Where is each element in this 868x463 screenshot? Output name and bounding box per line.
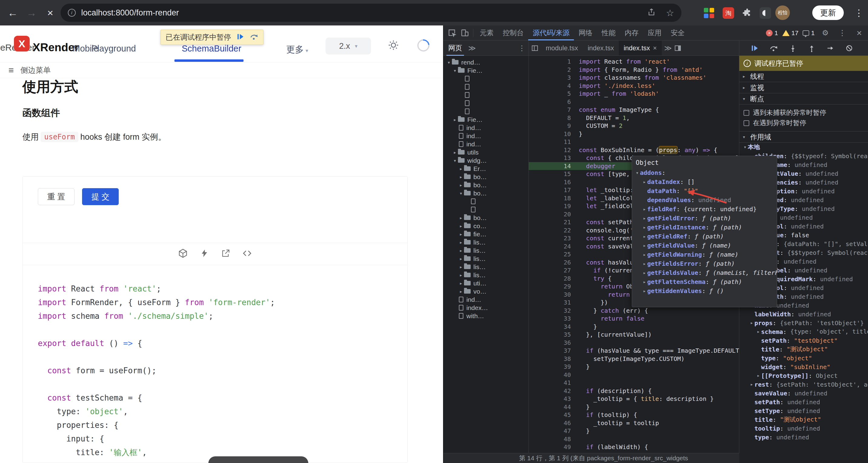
version-select[interactable]: 2.x▾ (326, 37, 371, 55)
site-title[interactable]: XRender (33, 41, 79, 54)
tree-item[interactable] (443, 83, 528, 91)
tree-item[interactable] (443, 75, 528, 83)
devtools-tab-3[interactable]: 网络 (574, 25, 597, 40)
scope-row[interactable]: title: "测试object" (739, 415, 868, 424)
tree-item[interactable]: ▾rend… (443, 58, 528, 66)
chrome-update-button[interactable]: 更新 (812, 5, 844, 20)
resume-icon[interactable] (751, 44, 759, 52)
codesandbox-icon[interactable] (178, 249, 188, 259)
devtools-tab-2[interactable]: 源代码/来源 (528, 25, 574, 40)
tree-item[interactable]: ▸bo… (443, 213, 528, 222)
tree-item[interactable]: ▸bo… (443, 181, 528, 189)
scope-row[interactable]: ▸rest: {setPath: 'testObject', addons: {… (739, 380, 868, 389)
code-line-10[interactable]: 10} (529, 130, 739, 138)
profile-avatar[interactable]: 程怡 (775, 5, 790, 20)
checkbox-icon[interactable] (744, 110, 749, 116)
tree-item[interactable]: ▸lis… (443, 255, 528, 263)
step-out-icon[interactable] (808, 44, 816, 52)
code-line-8[interactable]: 8 DEFAULT = 1, (529, 114, 739, 122)
step-over-icon[interactable] (250, 32, 258, 42)
tree-item[interactable] (443, 205, 528, 213)
code-line-6[interactable]: 6 (529, 98, 739, 106)
console-error-badge[interactable]: × 1 (766, 29, 778, 37)
code-line-4[interactable]: 4import './index.less' (529, 82, 739, 90)
scope-row[interactable]: labelWidth: undefined (739, 310, 868, 318)
scope-row[interactable]: tooltip: undefined (739, 424, 868, 433)
forward-button[interactable]: → (24, 5, 39, 20)
section-scope[interactable]: ▾作用域 (739, 132, 868, 143)
popup-row[interactable]: ▸dataIndex: [] (632, 177, 777, 186)
browser-menu-icon[interactable]: ⋮ (853, 5, 865, 20)
navigator-toggle-icon[interactable] (531, 45, 538, 52)
tree-item[interactable]: ▸lis… (443, 247, 528, 255)
scope-row[interactable]: ▸props: {setPath: 'testObject'} (739, 318, 868, 327)
editor-tab-0[interactable]: module.tsx (541, 40, 583, 55)
code-line-34[interactable]: 34 } (529, 323, 739, 331)
tree-item[interactable] (443, 107, 528, 115)
extensions-grid-icon[interactable] (702, 6, 716, 20)
devtools-close-icon[interactable]: × (853, 27, 866, 39)
code-line-11[interactable]: 11 (529, 138, 739, 146)
stackblitz-icon[interactable] (200, 249, 209, 259)
scope-row[interactable]: ▸[[Prototype]]: Object (739, 371, 868, 380)
devtools-tab-7[interactable]: 安全 (666, 25, 689, 40)
code-line-32[interactable]: 32 } catch (err) { (529, 307, 739, 315)
code-line-37[interactable]: 37 if (hasValue && type === ImageType.DE… (529, 347, 739, 355)
issues-badge[interactable]: 1 (803, 29, 815, 37)
address-bar[interactable]: i localhost:8000/form-render ☆ (61, 4, 681, 22)
settings-gear-icon[interactable]: ⚙ (819, 27, 832, 39)
section-threads[interactable]: ▸线程 (739, 71, 868, 82)
scope-row[interactable]: widget: "subInline" (739, 363, 868, 371)
code-line-39[interactable]: 39 } (529, 363, 739, 371)
devtools-tab-1[interactable]: 控制台 (498, 25, 528, 40)
show-code-icon[interactable] (242, 249, 252, 259)
scope-row[interactable]: saveValue: undefined (739, 389, 868, 398)
share-icon[interactable] (647, 8, 656, 18)
tree-item[interactable]: ▸uti… (443, 279, 528, 287)
tree-item[interactable] (443, 91, 528, 99)
popup-row[interactable]: ▸getFieldsValue: ƒ (nameList, filterFunc… (632, 268, 777, 277)
device-toolbar-icon[interactable] (459, 27, 471, 39)
tab-page[interactable]: 网页 (446, 40, 464, 56)
reset-button[interactable]: 重 置 (38, 188, 74, 205)
code-line-33[interactable]: 33 return false (529, 315, 739, 323)
code-line-49[interactable]: 49 if (labelWidth) { (529, 443, 739, 451)
tree-item[interactable]: ▸lis… (443, 238, 528, 247)
code-line-40[interactable]: 40 (529, 371, 739, 379)
editor-tab-2[interactable]: index.tsx× (619, 40, 662, 55)
code-line-38[interactable]: 38 setType(ImageType.CUSTOM) (529, 355, 739, 363)
code-line-1[interactable]: 1import React from 'react' (529, 58, 739, 66)
extension-red-icon[interactable]: 淘 (721, 6, 735, 20)
nav-item-playground[interactable]: Playground (91, 44, 136, 54)
popup-row[interactable]: ▸getFieldWarning: ƒ (name) (632, 250, 777, 259)
tree-item[interactable]: ▸utils (443, 148, 528, 156)
editor-tab-1[interactable]: index.tsx (583, 40, 619, 55)
devtools-tab-5[interactable]: 内存 (620, 25, 643, 40)
section-breakpoints[interactable]: ▾断点 (739, 93, 868, 105)
tree-item[interactable]: ▸lis… (443, 263, 528, 271)
tree-item[interactable]: ind… (443, 124, 528, 132)
tree-item[interactable]: index… (443, 303, 528, 312)
darkmode-extension-icon[interactable] (758, 6, 772, 20)
inspect-icon[interactable] (446, 27, 459, 39)
tree-item[interactable]: ind… (443, 140, 528, 148)
checkbox-icon[interactable] (744, 120, 749, 126)
scope-row[interactable]: ▸schema: {type: 'object', title: '测试obj (739, 327, 868, 336)
more-editor-tabs-icon[interactable]: ≫ (664, 44, 672, 52)
tree-item[interactable]: ▸bo… (443, 173, 528, 181)
tree-item[interactable]: with… (443, 312, 528, 320)
tree-item[interactable] (443, 99, 528, 107)
xrender-logo[interactable]: X (14, 36, 30, 52)
scope-row[interactable]: type: undefined (739, 433, 868, 441)
back-button[interactable]: ← (5, 5, 20, 20)
code-line-9[interactable]: 9 CUSTOM = 2 (529, 122, 739, 130)
code-line-7[interactable]: 7const enum ImageType { (529, 106, 739, 114)
popup-row[interactable]: ▸getFieldRef: ƒ (path) (632, 232, 777, 241)
popup-row[interactable]: ▸getHiddenValues: ƒ () (632, 286, 777, 295)
tree-item[interactable]: ▾Fie… (443, 66, 528, 75)
scope-row[interactable]: setPath: "testObject" (739, 336, 868, 345)
code-line-41[interactable]: 41 (529, 379, 739, 387)
popup-row[interactable]: ▸getFieldError: ƒ (path) (632, 213, 777, 223)
popup-row[interactable]: ▸getFieldsError: ƒ (path) (632, 259, 777, 268)
tree-item[interactable]: ind… (443, 132, 528, 140)
